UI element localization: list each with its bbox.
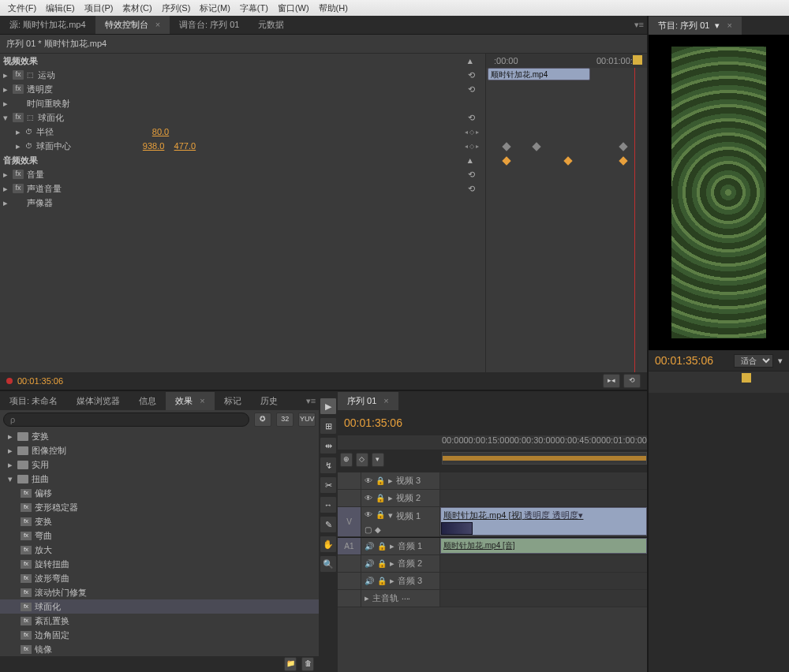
effect-spherize[interactable]: 球面化 (38, 112, 64, 124)
section-toggle-icon[interactable]: ▴ (468, 155, 479, 166)
delete-icon[interactable]: 🗑 (301, 657, 314, 671)
tab-info[interactable]: 信息 (129, 392, 166, 410)
folder-distort[interactable]: ▾扭曲 (0, 472, 319, 486)
track-patch-a2[interactable] (338, 555, 361, 572)
close-icon[interactable]: × (200, 396, 204, 405)
effect-time-remap[interactable]: 时间重映射 (27, 98, 70, 110)
reset-icon[interactable]: ⟲ (468, 70, 479, 80)
effect-corner-pin[interactable]: fx边角固定 (0, 628, 319, 642)
track-patch-v3[interactable] (338, 472, 361, 489)
playhead-icon[interactable] (633, 55, 642, 65)
track-patch-v2[interactable] (338, 490, 361, 506)
tab-project[interactable]: 项目: 未命名 (0, 392, 67, 410)
twirl-icon[interactable]: ▸ (3, 198, 11, 208)
effects-search-input[interactable] (3, 413, 249, 427)
track-patch-a1[interactable]: A1 (338, 538, 361, 554)
track-patch-v1[interactable]: V (338, 507, 361, 536)
tool-pen[interactable]: ✎ (320, 516, 337, 533)
tool-slip[interactable]: ↔ (320, 496, 337, 513)
effect-turbulent[interactable]: fx紊乱置换 (0, 614, 319, 628)
menu-file[interactable]: 文件(F) (3, 1, 41, 16)
twirl-icon[interactable]: ▸ (16, 127, 24, 137)
stopwatch-icon[interactable]: ⏱ (25, 142, 35, 150)
effect-transform[interactable]: fx变换 (0, 514, 319, 528)
keyframe-icon[interactable] (532, 142, 540, 151)
reset-icon[interactable]: ⟲ (468, 184, 479, 194)
param-center-y[interactable]: 477.0 (174, 141, 196, 151)
effect-controls-timecode[interactable]: 00:01:35:06 (17, 376, 63, 386)
effect-wave-warp[interactable]: fx波形弯曲 (0, 571, 319, 585)
twirl-icon[interactable]: ▸ (3, 170, 11, 180)
play-only-icon[interactable]: ▸◂ (603, 374, 620, 388)
section-toggle-icon[interactable]: ▴ (468, 56, 479, 66)
fx-accelerated-icon[interactable]: ✪ (254, 413, 271, 427)
param-radius-value[interactable]: 80.0 (152, 127, 169, 136)
track-header-a2[interactable]: 🔊🔒▸音频 2 (361, 555, 440, 572)
menu-clip[interactable]: 素材(C) (118, 1, 156, 16)
effect-twirl[interactable]: fx旋转扭曲 (0, 557, 319, 571)
effect-channel-volume[interactable]: 声道音量 (27, 183, 62, 195)
track-header-master[interactable]: ▸主音轨᠁ (361, 590, 440, 607)
menu-project[interactable]: 项目(P) (80, 1, 118, 16)
twirl-icon[interactable]: ▸ (16, 141, 24, 151)
tool-selection[interactable]: ▶ (320, 398, 337, 415)
twirl-icon[interactable]: ▸ (3, 84, 11, 95)
twirl-icon[interactable]: ▾ (3, 113, 11, 123)
effect-offset[interactable]: fx偏移 (0, 486, 319, 500)
playhead-icon[interactable] (742, 373, 751, 383)
track-header-v1[interactable]: 👁🔒▾视频 1 ▢◆ (361, 507, 440, 536)
fx-yuv-icon[interactable]: YUV (298, 413, 316, 427)
chevron-down-icon[interactable]: ▾ (778, 356, 783, 366)
tab-effect-controls[interactable]: 特效控制台 × (95, 16, 170, 34)
track-patch-a3[interactable] (338, 573, 361, 589)
reset-icon[interactable]: ⟲ (468, 170, 479, 180)
timeline-clip-audio[interactable]: 顺时针加花.mp4 [音] (440, 538, 647, 554)
stopwatch-icon[interactable]: ⏱ (25, 128, 35, 136)
track-header-a1[interactable]: 🔊🔒▸音频 1 (361, 538, 440, 554)
reset-icon[interactable]: ⟲ (468, 113, 479, 123)
tool-hand[interactable]: ✋ (320, 536, 337, 553)
folder-image-control[interactable]: ▸图像控制 (0, 443, 319, 457)
zoom-select[interactable]: 适合 (734, 354, 773, 368)
effect-panner[interactable]: 声像器 (27, 197, 53, 209)
effect-spherize[interactable]: fx球面化 (0, 599, 319, 614)
loop-icon[interactable]: ⟲ (623, 374, 641, 388)
tab-history[interactable]: 历史 (251, 392, 287, 410)
menu-window[interactable]: 窗口(W) (273, 1, 314, 16)
snap-icon[interactable]: ⊕ (340, 453, 353, 467)
effect-warp-stabilizer[interactable]: fx变形稳定器 (0, 500, 319, 514)
effect-mirror[interactable]: fx镜像 (0, 642, 319, 656)
fx-32bit-icon[interactable]: 32 (276, 413, 294, 427)
close-icon[interactable]: × (155, 20, 160, 29)
tab-media-browser[interactable]: 媒体浏览器 (67, 392, 129, 410)
tool-track-select[interactable]: ⊞ (320, 417, 337, 435)
param-center-x[interactable]: 938.0 (143, 141, 165, 151)
timeline-clip-video[interactable]: 顺时针加花.mp4 [视] 透明度 透明度▾ (440, 507, 647, 536)
tab-audio-mixer[interactable]: 调音台: 序列 01 (170, 16, 249, 34)
twirl-icon[interactable]: ▸ (3, 70, 11, 80)
tab-program-monitor[interactable]: 节目: 序列 01 ▾ × (649, 17, 742, 35)
panel-menu-icon[interactable]: ▾≡ (306, 396, 316, 406)
program-timecode[interactable]: 00:01:35:06 (655, 354, 713, 367)
twirl-icon[interactable]: ▸ (3, 99, 11, 109)
tool-rate-stretch[interactable]: ↯ (320, 457, 337, 474)
effect-opacity[interactable]: 透明度 (27, 84, 53, 95)
keyframe-nav[interactable]: ◂◇▸ (465, 129, 479, 136)
close-icon[interactable]: × (727, 21, 732, 30)
tool-ripple-edit[interactable]: ⇹ (320, 437, 337, 454)
work-area-bar[interactable]: ⊕ ◇ ▾ (442, 452, 647, 465)
effect-motion[interactable]: 运动 (38, 69, 55, 81)
timeline-timecode[interactable]: 00:01:35:06 (344, 416, 402, 429)
track-header-v3[interactable]: 👁🔒▸视频 3 (361, 472, 440, 489)
tool-zoom[interactable]: 🔍 (320, 555, 337, 573)
twirl-icon[interactable]: ▸ (3, 184, 11, 194)
reset-icon[interactable]: ⟲ (468, 84, 479, 95)
settings-icon[interactable]: ▾ (372, 453, 384, 467)
tab-markers[interactable]: 标记 (215, 392, 251, 410)
keyframe-icon[interactable] (619, 156, 627, 165)
marker-icon[interactable]: ◇ (356, 453, 368, 467)
keyframe-icon[interactable] (502, 156, 510, 165)
track-header-v2[interactable]: 👁🔒▸视频 2 (361, 490, 440, 506)
tab-metadata[interactable]: 元数据 (249, 16, 294, 34)
panel-menu-icon[interactable]: ▾≡ (634, 20, 644, 30)
